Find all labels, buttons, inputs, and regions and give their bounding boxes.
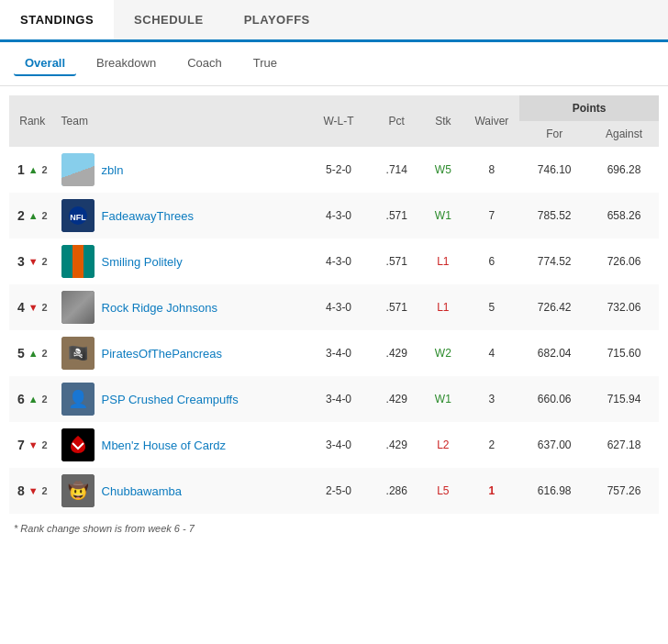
team-avatar: 🤠 [61,474,95,507]
pct-cell: .286 [371,468,422,514]
wlt-cell: 4-3-0 [306,284,372,330]
points-for-cell: 746.10 [519,147,589,193]
pct-cell: .429 [371,376,422,422]
table-row: 2 ▲ 2 NFL FadeawayThrees 4-3-0.571W17785… [9,193,659,239]
team-name[interactable]: PiratesOfThePancreas [102,347,223,361]
stk-cell: L1 [422,239,464,284]
waiver-cell: 1 [464,468,520,514]
rank-change: 2 [42,302,48,313]
waiver-cell: 3 [464,376,520,422]
points-for-cell: 785.52 [519,193,589,239]
wlt-cell: 5-2-0 [306,147,372,193]
rank-cell: 2 ▲ 2 [9,193,56,239]
table-row: 7 ▼ 2 Mben'z House of Cardz 3-4-0.429L22… [9,422,659,468]
wlt-cell: 4-3-0 [306,239,372,284]
stk-cell: W1 [422,193,464,239]
wlt-cell: 4-3-0 [306,193,372,239]
pct-cell: .714 [371,147,422,193]
rank-number: 8 [17,483,25,498]
rank-change: 2 [42,348,48,359]
wlt-cell: 3-4-0 [306,422,372,468]
team-name[interactable]: zbln [102,163,124,177]
team-avatar [61,153,95,186]
rank-up-icon: ▲ [28,394,39,405]
rank-change: 2 [42,485,48,496]
tab-playoffs[interactable]: PLAYOFFS [224,0,330,39]
table-row: 5 ▲ 2 🏴‍☠️ PiratesOfThePancreas 3-4-0.42… [9,330,659,376]
rank-cell: 1 ▲ 2 [9,147,56,193]
rank-cell: 7 ▼ 2 [9,422,56,468]
waiver-cell: 2 [464,422,520,468]
team-info: NFL FadeawayThrees [61,199,301,232]
wlt-cell: 3-4-0 [306,376,372,422]
rank-number: 7 [17,438,25,452]
col-wlt: W-L-T [306,95,372,147]
svg-text:NFL: NFL [70,213,86,222]
waiver-value: 1 [489,484,495,497]
col-team: Team [56,95,306,147]
subtab-breakdown[interactable]: Breakdown [85,51,167,76]
stk-cell: W5 [422,147,464,193]
points-against-cell: 732.06 [589,284,659,330]
team-name[interactable]: Smiling Politely [102,255,183,269]
pct-cell: .571 [371,193,422,239]
rank-down-icon: ▼ [28,256,39,267]
col-stk: Stk [422,95,464,147]
rank-up-icon: ▲ [28,348,39,359]
pct-cell: .571 [371,239,422,284]
rank-up-icon: ▲ [28,210,39,221]
team-avatar: NFL [61,199,95,232]
rank-down-icon: ▼ [28,439,39,450]
team-name[interactable]: FadeawayThrees [102,209,194,223]
rank-cell: 5 ▲ 2 [9,330,56,376]
points-for-cell: 726.42 [519,284,589,330]
team-name[interactable]: Rock Ridge Johnsons [102,301,217,315]
team-name[interactable]: PSP Crushed Creampuffs [102,393,239,406]
points-against-cell: 658.26 [589,193,659,239]
team-avatar: 🏴‍☠️ [61,337,95,370]
team-name[interactable]: Chubbawamba [102,484,182,498]
rank-change: 2 [42,394,48,405]
team-cell: 🏴‍☠️ PiratesOfThePancreas [56,330,306,376]
subtab-true[interactable]: True [242,51,288,76]
rank-cell: 3 ▼ 2 [9,239,56,284]
waiver-cell: 6 [464,239,520,284]
team-avatar [61,291,95,324]
subtab-coach[interactable]: Coach [176,51,233,76]
rank-number: 2 [17,208,25,223]
stk-cell: W1 [422,376,464,422]
rank-down-icon: ▼ [28,302,39,313]
tab-schedule[interactable]: SCHEDULE [114,0,224,39]
table-row: 8 ▼ 2 🤠 Chubbawamba 2-5-0.286L51616.9875… [9,468,659,514]
col-against: Against [589,121,659,147]
points-against-cell: 696.28 [589,147,659,193]
rank-number: 6 [17,392,25,406]
rank-change: 2 [42,210,48,221]
subtab-overall[interactable]: Overall [14,51,76,76]
waiver-cell: 5 [464,284,520,330]
points-for-cell: 774.52 [519,239,589,284]
standings-table-container: Rank Team W-L-T Pct Stk Waiver Points Fo… [0,95,668,514]
team-cell: zbln [56,147,306,193]
team-cell: 👤 PSP Crushed Creampuffs [56,376,306,422]
rank-up-icon: ▲ [28,164,39,175]
team-name[interactable]: Mben'z House of Cardz [102,439,226,452]
wlt-cell: 2-5-0 [306,468,372,514]
stk-cell: L2 [422,422,464,468]
waiver-cell: 7 [464,193,520,239]
tab-standings[interactable]: STANDINGS [0,0,114,42]
rank-down-icon: ▼ [28,485,39,496]
rank-number: 3 [17,254,25,269]
team-avatar [61,428,95,461]
rank-number: 1 [17,162,25,177]
points-against-cell: 726.06 [589,239,659,284]
stk-cell: L1 [422,284,464,330]
team-cell: Rock Ridge Johnsons [56,284,306,330]
team-avatar: 👤 [61,383,95,416]
waiver-cell: 4 [464,330,520,376]
rank-number: 5 [17,346,25,361]
footnote: * Rank change shown is from week 6 - 7 [0,514,668,543]
rank-change: 2 [42,439,48,450]
team-cell: Mben'z House of Cardz [56,422,306,468]
table-row: 4 ▼ 2 Rock Ridge Johnsons 4-3-0.571L1572… [9,284,659,330]
